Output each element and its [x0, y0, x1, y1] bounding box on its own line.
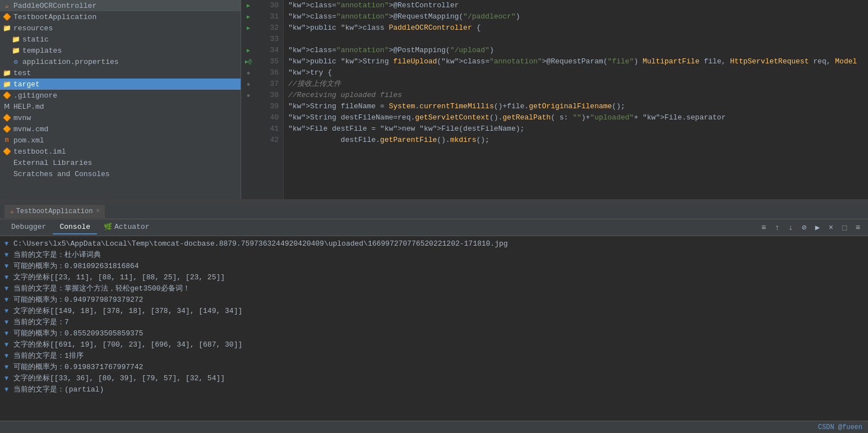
gutter-line-41[interactable] — [241, 123, 256, 135]
console-text: 文字的坐标[[23, 11], [88, 11], [88, 25], [23,… — [13, 272, 225, 283]
sidebar-label-paddleocr-controller: PaddleOCRController — [13, 2, 96, 10]
toolbar-stop-btn[interactable]: ⊘ — [798, 222, 810, 233]
sidebar-label-mvnw: mvnw — [13, 114, 31, 122]
console-arrow: ▼ — [4, 328, 13, 339]
sidebar-label-testboot-iml: testboot.iml — [13, 148, 66, 156]
tab-close-icon[interactable]: × — [96, 208, 99, 214]
tab-java-icon: ☕ — [10, 208, 14, 215]
gutter-line-31[interactable]: ▶ — [241, 11, 256, 22]
console-line: ▼ 可能的概率为：0.9497979879379272 — [4, 294, 864, 306]
gutter-line-37[interactable]: ◆ — [241, 79, 256, 90]
console-arrow: ▼ — [4, 272, 13, 283]
editor-tab-bar: ☕ TestbootApplication × — [0, 204, 868, 219]
console-arrow: ▼ — [4, 362, 13, 373]
line-numbers: 30313233343536373839404142 — [256, 0, 284, 199]
code-line-32: "kw">public "kw">class PaddleOCRControll… — [288, 22, 864, 34]
toolbar-close-btn[interactable]: × — [825, 222, 837, 233]
sidebar-item-mvnw-cmd[interactable]: 🔶 mvnw.cmd — [0, 123, 241, 135]
gutter-line-33[interactable] — [241, 34, 256, 45]
console-line: ▼ 可能的概率为：0.981092631816864 — [4, 261, 864, 272]
console-text: 文字的坐标[[691, 19], [700, 23], [696, 34], [… — [13, 339, 242, 351]
sidebar-item-external-libraries[interactable]: External Libraries — [0, 157, 241, 168]
sidebar-icon-pom-xml: m — [2, 136, 11, 145]
sidebar-label-pom-xml: pom.xml — [13, 136, 44, 145]
console-line: ▼ 当前的文字是：掌握这个方法，轻松get3500必备词！ — [4, 283, 864, 294]
gutter-line-38[interactable]: ◆ — [241, 90, 256, 101]
sidebar-label-static: static — [22, 35, 49, 44]
console-text: C:\Users\lx5\AppData\Local\Temp\tomcat-d… — [13, 238, 508, 250]
sidebar-label-resources: resources — [13, 24, 53, 33]
line-number-36: 36 — [260, 67, 279, 79]
gutter-line-34[interactable]: ▶ — [241, 45, 256, 56]
gutter-line-36[interactable]: ◆ — [241, 67, 256, 79]
sidebar-item-gitignore[interactable]: 🔶 .gitignore — [0, 90, 241, 101]
sidebar-item-static[interactable]: 📁 static — [0, 34, 241, 45]
tab-debugger[interactable]: Debugger — [4, 220, 53, 234]
sidebar-item-pom-xml[interactable]: m pom.xml — [0, 135, 241, 146]
line-number-35: 35 — [260, 56, 279, 67]
gutter-line-30[interactable]: ▶ — [241, 0, 256, 11]
tool-tabs: Debugger Console 🌿 Actuator ≡ ↑ ↓ ⊘ ▶ × … — [0, 219, 868, 236]
toolbar-menu-btn[interactable]: ≡ — [758, 222, 769, 233]
debugger-label: Debugger — [11, 223, 46, 231]
console-text: 可能的概率为：0.9198371767997742 — [13, 362, 143, 373]
toolbar-down-btn[interactable]: ↓ — [785, 222, 796, 233]
tab-console[interactable]: Console — [53, 220, 97, 234]
console-output[interactable]: ▼ C:\Users\lx5\AppData\Local\Temp\tomcat… — [0, 236, 868, 421]
sidebar-icon-target: 📁 — [2, 80, 11, 89]
sidebar-label-gitignore: .gitignore — [13, 91, 57, 100]
sidebar-item-testboot-application[interactable]: 🔶 TestbootApplication — [0, 11, 241, 22]
editor-tab-testboot[interactable]: ☕ TestbootApplication × — [4, 205, 105, 218]
gutter: ▶▶▶▶▶@◆◆◆ — [241, 0, 256, 199]
console-text: 可能的概率为：0.9497979879379272 — [13, 294, 143, 306]
console-text: 文字的坐标[[149, 18], [378, 18], [378, 34], [… — [13, 306, 242, 317]
gutter-line-35[interactable]: ▶@ — [241, 56, 256, 67]
line-number-33: 33 — [260, 34, 279, 45]
toolbar-up-btn[interactable]: ↑ — [772, 222, 783, 233]
line-number-32: 32 — [260, 22, 279, 34]
toolbar-settings-btn[interactable]: ≡ — [852, 222, 864, 233]
sidebar-icon-help-md: Ⅿ — [2, 102, 11, 111]
line-number-37: 37 — [260, 79, 279, 90]
sidebar-item-mvnw[interactable]: 🔶 mvnw — [0, 112, 241, 123]
sidebar-label-help-md: HELP.md — [13, 103, 44, 111]
console-line: ▼ C:\Users\lx5\AppData\Local\Temp\tomcat… — [4, 238, 864, 250]
panel-divider[interactable] — [0, 199, 868, 204]
code-line-38: //Receiving uploaded files — [288, 90, 864, 101]
code-line-33 — [288, 34, 864, 45]
sidebar-item-templates[interactable]: 📁 templates — [0, 45, 241, 56]
sidebar-item-resources[interactable]: 📁 resources — [0, 22, 241, 34]
line-number-31: 31 — [260, 11, 279, 22]
sidebar-item-test[interactable]: 📁 test — [0, 67, 241, 79]
sidebar-item-scratches[interactable]: Scratches and Consoles — [0, 168, 241, 179]
console-line: ▼ 当前的文字是：7 — [4, 317, 864, 328]
code-line-37: //接收上传文件 — [288, 79, 864, 90]
gutter-line-42[interactable] — [241, 135, 256, 146]
gutter-line-32[interactable]: ▶ — [241, 22, 256, 34]
console-line: ▼ 当前的文字是：1排序 — [4, 351, 864, 362]
line-number-30: 30 — [260, 0, 279, 11]
code-lines: "kw">class="annotation">@RestController"… — [284, 0, 868, 199]
gutter-line-39[interactable] — [241, 101, 256, 112]
sidebar-icon-test: 📁 — [2, 68, 11, 77]
sidebar-item-testboot-iml[interactable]: 🔶 testboot.iml — [0, 146, 241, 157]
tab-actuator[interactable]: 🌿 Actuator — [97, 220, 156, 234]
sidebar-icon-scratches — [2, 169, 11, 178]
toolbar-expand-btn[interactable]: ⬚ — [839, 222, 850, 233]
console-arrow: ▼ — [4, 250, 13, 261]
line-number-40: 40 — [260, 112, 279, 123]
sidebar-icon-external-libraries — [2, 158, 11, 167]
console-toolbar: ≡ ↑ ↓ ⊘ ▶ × ⬚ ≡ — [758, 222, 864, 233]
console-arrow: ▼ — [4, 238, 13, 250]
sidebar-item-target[interactable]: 📁 target — [0, 79, 241, 90]
sidebar-item-help-md[interactable]: Ⅿ HELP.md — [0, 101, 241, 112]
sidebar-icon-testboot-iml: 🔶 — [2, 147, 11, 156]
sidebar-item-application-props[interactable]: ⚙ application.properties — [0, 56, 241, 67]
sidebar-item-paddleocr-controller[interactable]: ☕ PaddleOCRController — [0, 0, 241, 11]
sidebar-icon-templates: 📁 — [11, 46, 20, 55]
code-line-35: "kw">public "kw">String fileUpload("kw">… — [288, 56, 864, 67]
console-line: ▼ 当前的文字是：(partial) — [4, 384, 864, 395]
gutter-line-40[interactable] — [241, 112, 256, 123]
console-line: ▼ 文字的坐标[[23, 11], [88, 11], [88, 25], [2… — [4, 272, 864, 283]
toolbar-run-btn[interactable]: ▶ — [812, 222, 823, 233]
